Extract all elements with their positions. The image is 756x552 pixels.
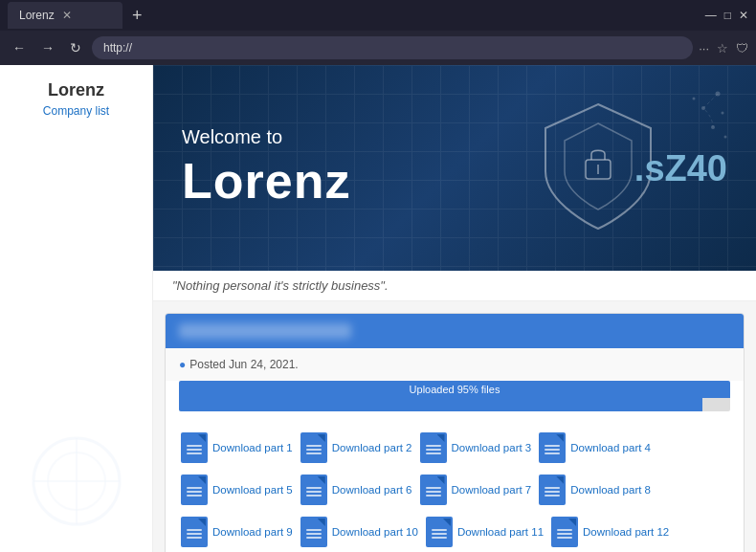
hero-text: Welcome to Lorenz bbox=[182, 126, 350, 210]
download-item-11[interactable]: Download part 11 bbox=[424, 513, 545, 551]
download-label-8: Download part 8 bbox=[570, 484, 651, 496]
download-grid: Download part 1 Download part 2 Download… bbox=[166, 421, 744, 552]
close-button[interactable]: ✕ bbox=[739, 9, 748, 22]
download-label-2: Download part 2 bbox=[332, 442, 412, 453]
download-item-5[interactable]: Download part 5 bbox=[179, 471, 295, 509]
tab-close-icon[interactable]: ✕ bbox=[62, 9, 72, 22]
download-label-11: Download part 11 bbox=[457, 526, 544, 538]
download-item-9[interactable]: Download part 9 bbox=[179, 513, 295, 551]
progress-label: Uploaded 95% files bbox=[179, 381, 730, 398]
download-item-7[interactable]: Download part 7 bbox=[418, 471, 534, 509]
doc-icon-3 bbox=[420, 432, 447, 463]
download-label-10: Download part 10 bbox=[332, 526, 418, 538]
title-bar: Lorenz ✕ + — □ ✕ bbox=[0, 0, 756, 31]
doc-icon-8 bbox=[539, 475, 566, 505]
doc-icon-9 bbox=[181, 517, 208, 547]
svg-point-11 bbox=[724, 136, 727, 139]
address-bar-icons: ··· ☆ 🛡 bbox=[699, 41, 748, 55]
shield-icon[interactable]: 🛡 bbox=[736, 41, 748, 55]
progress-bar-wrap bbox=[179, 398, 730, 411]
browser-frame: Lorenz ✕ + — □ ✕ ← → ↻ ··· ☆ 🛡 Lorenz Co… bbox=[0, 0, 756, 552]
doc-icon-2 bbox=[300, 432, 327, 463]
download-item-1[interactable]: Download part 1 bbox=[179, 429, 295, 467]
doc-icon-7 bbox=[420, 475, 447, 505]
window-controls: — □ ✕ bbox=[705, 9, 748, 22]
hero-banner: Welcome to Lorenz bbox=[153, 65, 756, 271]
download-item-12[interactable]: Download part 12 bbox=[549, 513, 671, 551]
download-item-6[interactable]: Download part 6 bbox=[299, 471, 414, 509]
doc-icon-11 bbox=[426, 517, 453, 547]
main-area[interactable]: Welcome to Lorenz bbox=[153, 65, 756, 552]
doc-icon-12 bbox=[551, 517, 578, 547]
progress-section: Uploaded 95% files bbox=[179, 381, 730, 411]
hero-welcome: Welcome to bbox=[182, 126, 350, 148]
maximize-button[interactable]: □ bbox=[724, 9, 731, 22]
sidebar: Lorenz Company list bbox=[0, 65, 153, 552]
download-item-8[interactable]: Download part 8 bbox=[537, 471, 653, 509]
quote-text: "Nothing personal it's strictly business… bbox=[172, 278, 389, 293]
star-icon[interactable]: ☆ bbox=[717, 41, 728, 55]
doc-icon-1 bbox=[181, 432, 208, 463]
company-section: ● Posted Jun 24, 2021. Uploaded 95% file… bbox=[165, 313, 745, 552]
doc-icon-10 bbox=[300, 517, 327, 547]
posted-dot-icon: ● bbox=[179, 358, 186, 371]
address-bar: ← → ↻ ··· ☆ 🛡 bbox=[0, 31, 756, 65]
download-item-2[interactable]: Download part 2 bbox=[299, 429, 414, 467]
download-label-3: Download part 3 bbox=[452, 442, 532, 453]
svg-point-8 bbox=[722, 112, 724, 115]
hero-title: Lorenz bbox=[182, 152, 350, 210]
posted-date: Posted Jun 24, 2021. bbox=[189, 358, 298, 371]
forward-button[interactable]: → bbox=[36, 38, 59, 57]
download-label-6: Download part 6 bbox=[332, 484, 412, 496]
download-item-3[interactable]: Download part 3 bbox=[418, 429, 534, 467]
url-input[interactable] bbox=[92, 36, 693, 59]
download-label-5: Download part 5 bbox=[212, 484, 293, 496]
download-label-9: Download part 9 bbox=[212, 526, 293, 538]
company-list-link[interactable]: Company list bbox=[8, 104, 145, 118]
new-tab-button[interactable]: + bbox=[126, 6, 148, 26]
company-name-blurred bbox=[179, 323, 351, 339]
doc-icon-4 bbox=[539, 432, 566, 463]
doc-icon-5 bbox=[181, 475, 208, 505]
download-item-4[interactable]: Download part 4 bbox=[537, 429, 653, 467]
sidebar-watermark bbox=[29, 433, 124, 533]
refresh-button[interactable]: ↻ bbox=[65, 38, 86, 57]
sidebar-logo: Lorenz bbox=[8, 80, 145, 100]
download-label-7: Download part 7 bbox=[452, 484, 532, 496]
download-label-4: Download part 4 bbox=[570, 442, 651, 453]
posted-info: ● Posted Jun 24, 2021. bbox=[166, 348, 744, 381]
download-item-10[interactable]: Download part 10 bbox=[299, 513, 420, 551]
minimize-button[interactable]: — bbox=[705, 9, 717, 22]
browser-tab[interactable]: Lorenz ✕ bbox=[8, 2, 122, 29]
more-icon[interactable]: ··· bbox=[699, 41, 709, 55]
download-label-1: Download part 1 bbox=[212, 442, 293, 453]
quote-bar: "Nothing personal it's strictly business… bbox=[153, 271, 756, 301]
company-header bbox=[166, 314, 744, 348]
svg-point-9 bbox=[693, 98, 696, 100]
tab-title: Lorenz bbox=[19, 9, 55, 22]
back-button[interactable]: ← bbox=[8, 38, 31, 57]
download-label-12: Download part 12 bbox=[583, 526, 669, 538]
hero-brand: .sZ40 bbox=[634, 147, 727, 188]
doc-icon-6 bbox=[300, 475, 327, 505]
progress-bar-fill bbox=[179, 398, 702, 411]
page-content: Lorenz Company list Welcome to Lorenz bbox=[0, 65, 756, 552]
